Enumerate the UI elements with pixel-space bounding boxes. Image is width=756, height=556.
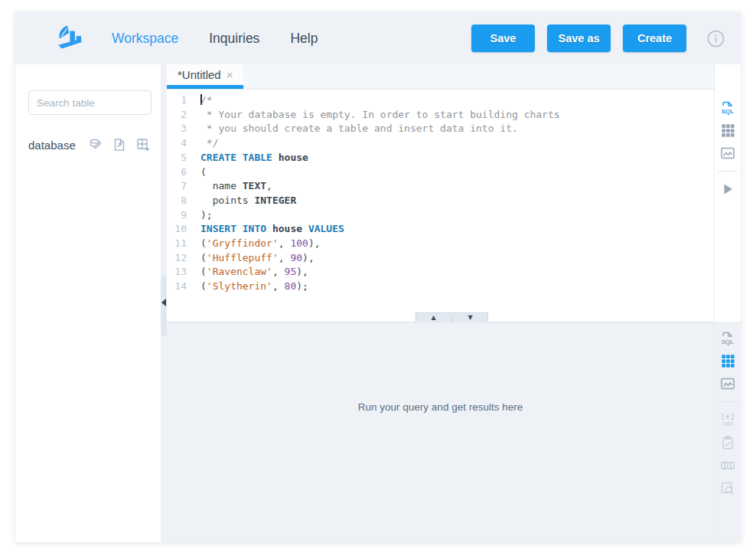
rail-divider	[718, 171, 738, 172]
schema-sidebar: database	[15, 64, 161, 542]
code-line: 6(	[167, 165, 714, 180]
code-line: 7 name TEXT,	[167, 179, 714, 194]
tab-title: *Untitled	[178, 68, 221, 81]
svg-text:SQL: SQL	[722, 108, 735, 115]
line-number: 8	[167, 194, 187, 208]
code-line: 14('Slytherin', 80);	[167, 280, 714, 294]
results-empty-message: Run your query and get results here	[358, 401, 523, 542]
rail-divider	[718, 401, 738, 402]
import-file-icon[interactable]	[112, 138, 126, 152]
main-panel: *Untitled × 1/*2 * Your database is empt…	[167, 64, 714, 542]
sql-icon[interactable]: SQL	[719, 329, 737, 347]
zoom-icon	[719, 479, 737, 498]
content: database	[15, 64, 741, 542]
line-number: 4	[167, 136, 187, 151]
editor-rail: SQL	[714, 64, 741, 322]
nav-item-inquiries[interactable]: Inquiries	[209, 31, 259, 47]
create-button[interactable]: Create	[623, 25, 686, 52]
save-as-button[interactable]: Save as	[547, 25, 611, 52]
code-line: 1/*	[167, 93, 714, 108]
play-icon[interactable]	[719, 180, 737, 198]
database-label[interactable]: database	[28, 139, 76, 152]
code-line: 9);	[167, 208, 714, 223]
results-panel: Run your query and get results here	[167, 322, 714, 542]
line-number: 1	[167, 93, 187, 108]
code-line: 13('Ravenclaw', 95),	[167, 265, 714, 280]
line-number: 7	[167, 179, 187, 194]
csv-icon: CSV	[719, 410, 737, 429]
panel-splitter[interactable]: ▲ ▼	[167, 312, 714, 322]
line-number: 9	[167, 208, 187, 223]
line-number: 12	[167, 251, 187, 266]
tab-untitled[interactable]: *Untitled ×	[167, 64, 243, 89]
line-number: 11	[167, 237, 187, 251]
code-line: 5CREATE TABLE house	[167, 151, 714, 165]
database-row[interactable]: database	[28, 138, 161, 152]
nav-item-help[interactable]: Help	[290, 31, 318, 47]
line-number: 13	[167, 265, 187, 280]
tab-strip: *Untitled ×	[167, 64, 714, 90]
code-line: 2 * Your database is empty. In order to …	[167, 108, 714, 123]
line-number: 5	[167, 151, 187, 165]
expand-up-button[interactable]: ▲	[415, 312, 451, 322]
edit-database-icon[interactable]	[89, 138, 103, 152]
code-line: 11('Gryffindor', 100),	[167, 237, 714, 251]
add-table-icon[interactable]	[136, 138, 150, 152]
app-window: WorkspaceInquiriesHelp SaveSave asCreate…	[15, 12, 741, 542]
chart-icon[interactable]	[719, 374, 737, 393]
expand-down-button[interactable]: ▼	[452, 312, 488, 322]
code-line: 10INSERT INTO house VALUES	[167, 222, 714, 237]
grid-icon[interactable]	[719, 352, 737, 370]
svg-text:CSV: CSV	[722, 421, 734, 427]
line-number: 14	[167, 280, 187, 294]
line-number: 10	[167, 222, 187, 237]
nav-item-workspace[interactable]: Workspace	[112, 31, 178, 47]
results-rail: SQLCSV	[714, 322, 741, 542]
header-actions: SaveSave asCreate	[471, 25, 686, 52]
clipboard-icon	[719, 433, 737, 452]
collapse-sidebar-icon[interactable]	[161, 299, 166, 306]
info-icon[interactable]	[707, 30, 725, 47]
code-line: 4 */	[167, 136, 714, 151]
code-line: 3 * you should create a table and insert…	[167, 122, 714, 136]
right-rail: SQL SQLCSV	[714, 64, 741, 542]
code-line: 12('Hufflepuff', 90),	[167, 251, 714, 266]
line-number: 2	[167, 108, 187, 123]
code-line: 8 points INTEGER	[167, 194, 714, 208]
line-number: 3	[167, 122, 187, 136]
save-button[interactable]: Save	[471, 25, 535, 52]
app-logo-icon[interactable]	[55, 25, 86, 52]
grid-icon[interactable]	[719, 121, 737, 139]
chart-icon[interactable]	[719, 144, 737, 162]
close-tab-icon[interactable]: ×	[226, 68, 233, 81]
sidebar-splitter[interactable]	[161, 64, 167, 542]
sql-icon[interactable]: SQL	[719, 98, 737, 116]
svg-text:SQL: SQL	[722, 339, 735, 345]
header: WorkspaceInquiriesHelp SaveSave asCreate	[15, 12, 741, 64]
cells-icon	[719, 456, 737, 475]
line-number: 6	[167, 165, 187, 180]
sql-editor[interactable]: 1/*2 * Your database is empty. In order …	[167, 90, 714, 312]
search-table-input[interactable]	[28, 90, 152, 115]
main-nav: WorkspaceInquiriesHelp	[112, 31, 348, 47]
